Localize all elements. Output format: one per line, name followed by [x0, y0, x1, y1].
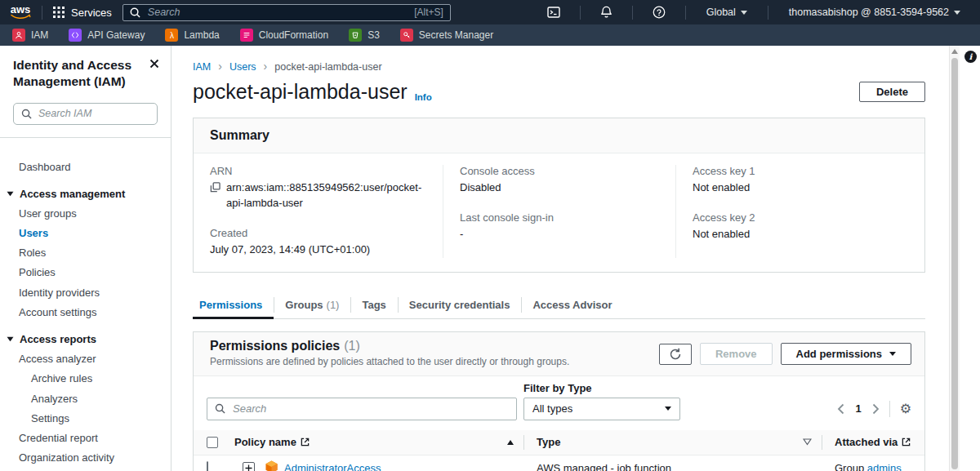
created-label: Created	[210, 227, 426, 239]
chevron-down-icon	[7, 191, 14, 197]
sidebar-section-access-management[interactable]: Access management	[0, 184, 171, 203]
created-value: July 07, 2023, 14:49 (UTC+01:00)	[210, 242, 426, 258]
global-search[interactable]: [Alt+S]	[122, 4, 451, 21]
tab-groups[interactable]: Groups (1)	[274, 292, 350, 318]
scrollbar-thumb[interactable]	[951, 58, 958, 469]
info-panel-icon[interactable]: i	[964, 51, 977, 63]
sidebar-item-account-settings[interactable]: Account settings	[0, 302, 171, 322]
delete-button[interactable]: Delete	[859, 82, 925, 102]
nav-divider	[632, 6, 633, 20]
add-permissions-button[interactable]: Add permissions	[781, 343, 911, 365]
nav-divider	[768, 6, 768, 20]
breadcrumb-iam[interactable]: IAM	[193, 61, 211, 73]
previous-page-button[interactable]	[837, 403, 844, 415]
scroll-up-arrow[interactable]	[951, 49, 958, 54]
favorite-lambda[interactable]: λ Lambda	[165, 29, 219, 42]
sidebar-item-policies[interactable]: Policies	[0, 263, 171, 282]
sidebar-item-dashboard[interactable]: Dashboard	[0, 157, 171, 176]
managed-policy-icon	[265, 460, 278, 471]
sidebar-item-archive-rules[interactable]: Archive rules	[0, 369, 171, 389]
summary-header: Summary	[194, 118, 924, 153]
column-type[interactable]: Type	[524, 430, 822, 455]
type-filter-select[interactable]: All types	[523, 398, 680, 420]
expand-row-button[interactable]	[243, 462, 255, 471]
preferences-gear-icon[interactable]: ⚙	[900, 402, 911, 415]
global-search-input[interactable]	[146, 6, 408, 19]
access-key2-label: Access key 2	[693, 211, 892, 224]
sidebar-divider	[0, 137, 171, 138]
tab-permissions[interactable]: Permissions	[193, 292, 274, 318]
sidebar-item-roles[interactable]: Roles	[0, 243, 171, 263]
sidebar-item-organization-activity[interactable]: Organization activity	[0, 448, 171, 468]
policy-name-link[interactable]: AdministratorAccess	[284, 462, 381, 471]
permissions-policies-title: Permissions policies(1)	[210, 339, 569, 353]
favorite-secrets-manager[interactable]: Secrets Manager	[400, 29, 493, 42]
sidebar-item-analyzers[interactable]: Analyzers	[0, 389, 171, 408]
close-icon[interactable]	[149, 59, 159, 71]
favorite-api-gateway[interactable]: API Gateway	[69, 29, 145, 42]
next-page-button[interactable]	[872, 403, 880, 415]
breadcrumb: IAM Users pocket-api-lambda-user	[193, 61, 925, 73]
favorite-cloudformation[interactable]: CloudFormation	[240, 29, 328, 42]
region-label: Global	[706, 7, 736, 18]
pagination: 1 ⚙	[837, 398, 911, 420]
refresh-button[interactable]	[659, 344, 692, 365]
sidebar-item-credential-report[interactable]: Credential report	[0, 428, 171, 447]
console-access-value: Disabled	[460, 180, 659, 196]
arn-label: ARN	[210, 165, 426, 177]
row-checkbox[interactable]	[207, 461, 208, 471]
favorite-label: API Gateway	[87, 29, 145, 41]
sidebar-search[interactable]	[13, 103, 158, 125]
sidebar-item-access-analyzer[interactable]: Access analyzer	[0, 349, 171, 369]
iam-service-icon	[12, 29, 25, 42]
account-menu[interactable]: thomasabishop @ 8851-3594-9562	[779, 7, 970, 18]
nav-right: Global thomasabishop @ 8851-3594-9562	[538, 6, 970, 20]
tab-tags[interactable]: Tags	[350, 292, 397, 318]
cloudformation-service-icon	[240, 29, 253, 42]
select-all-checkbox[interactable]	[207, 437, 218, 448]
secrets-manager-service-icon	[400, 29, 413, 42]
attached-group-link[interactable]: admins	[867, 462, 902, 471]
nav-divider	[580, 6, 581, 20]
aws-logo[interactable]: aws	[10, 5, 31, 20]
services-menu[interactable]: Services	[53, 7, 112, 19]
sidebar-item-user-groups[interactable]: User groups	[0, 203, 171, 223]
policy-search[interactable]	[207, 398, 517, 420]
filter-by-type-label: Filter by Type	[523, 382, 680, 394]
help-icon[interactable]	[653, 6, 666, 19]
breadcrumb-users[interactable]: Users	[229, 61, 256, 73]
info-link[interactable]: Info	[415, 92, 432, 102]
sidebar-item-identity-providers[interactable]: Identity providers	[0, 282, 171, 302]
nav-divider	[42, 6, 42, 20]
chevron-down-icon	[665, 407, 671, 411]
column-attached-via[interactable]: Attached via	[822, 430, 911, 455]
remove-button[interactable]: Remove	[700, 343, 773, 365]
favorite-iam[interactable]: IAM	[12, 29, 48, 42]
tab-access-advisor[interactable]: Access Advisor	[521, 292, 623, 318]
policies-count: (1)	[344, 339, 360, 353]
sidebar-item-users[interactable]: Users	[0, 223, 171, 242]
favorite-s3[interactable]: S3	[349, 29, 380, 42]
policy-search-input[interactable]	[231, 402, 509, 415]
tab-security-credentials[interactable]: Security credentials	[398, 292, 522, 318]
vertical-scrollbar	[949, 46, 960, 471]
column-policy-name[interactable]: Policy name	[234, 430, 524, 455]
column-filter-icon[interactable]	[803, 438, 812, 446]
policy-table-row: AdministratorAccess AWS managed - job fu…	[194, 455, 924, 471]
sidebar-section-access-reports[interactable]: Access reports	[0, 329, 171, 349]
external-link-icon[interactable]	[902, 438, 911, 447]
sidebar-search-input[interactable]	[37, 107, 149, 120]
cloudshell-icon[interactable]	[547, 6, 560, 19]
sort-ascending-icon[interactable]	[507, 440, 514, 445]
current-page[interactable]: 1	[855, 402, 861, 415]
copy-icon[interactable]	[210, 182, 220, 198]
top-navigation: aws Services [Alt+S] Global thomas	[0, 0, 980, 24]
sidebar-item-scps[interactable]: Service control policies (SCPs)	[0, 468, 171, 471]
region-selector[interactable]: Global	[697, 7, 757, 18]
external-link-icon[interactable]	[301, 438, 310, 447]
notifications-bell-icon[interactable]	[600, 6, 612, 19]
chevron-down-icon	[741, 11, 747, 15]
sidebar-item-settings[interactable]: Settings	[0, 408, 171, 428]
aws-smile-icon	[10, 14, 31, 20]
search-icon	[21, 109, 32, 119]
